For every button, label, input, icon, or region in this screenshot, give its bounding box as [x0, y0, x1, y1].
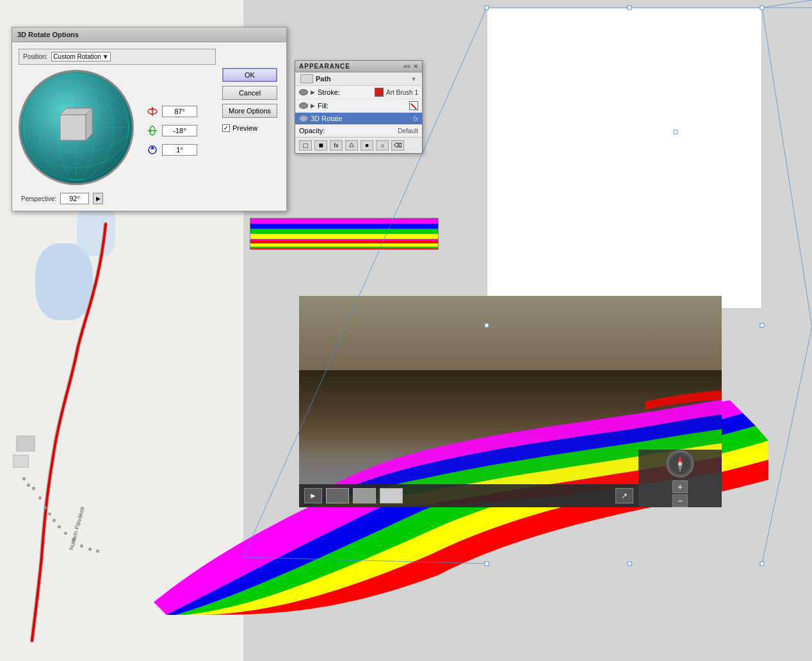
opacity-value: Default	[398, 127, 418, 135]
rotation-z-icon	[147, 144, 158, 156]
position-label: Position:	[23, 53, 47, 60]
appearance-panel-controls: «« ✕	[403, 63, 418, 70]
delete-item-btn[interactable]: ⌫	[391, 140, 404, 151]
path-thumbnail	[300, 74, 313, 83]
rotation-z-input[interactable]	[162, 144, 197, 156]
rotation-y-row	[147, 125, 197, 136]
fx-icon: fx	[413, 115, 418, 122]
map-dot	[88, 548, 92, 551]
map-dot	[32, 487, 35, 490]
rotation-y-input[interactable]	[162, 125, 197, 136]
street-view-thumb-3[interactable]	[380, 488, 403, 503]
visibility-eye-icon[interactable]	[299, 102, 308, 109]
map-dot	[22, 477, 26, 480]
visibility-eye-icon[interactable]	[299, 115, 308, 122]
no-fill-swatch[interactable]	[409, 101, 418, 110]
appearance-bottom-toolbar: □ ■ fx ♺ ■ ☼ ⌫	[295, 137, 422, 153]
preview-checkbox[interactable]: ✓	[222, 124, 230, 132]
rotation-x-input[interactable]	[162, 106, 197, 117]
collapse-icon[interactable]: ««	[403, 63, 410, 70]
expand-arrow-icon: ▶	[311, 102, 315, 109]
street-view-bottom-bar: ► ↗	[299, 484, 638, 507]
stroke-color-swatch[interactable]	[375, 88, 384, 97]
rotation-z-row	[147, 144, 197, 156]
preview-label: Preview	[232, 124, 257, 132]
position-select[interactable]: Custom Rotation ▼	[51, 52, 110, 61]
opacity-label: Opacity:	[299, 127, 395, 135]
map-dot	[48, 512, 51, 516]
clear-appearance-btn[interactable]: ♺	[345, 140, 358, 151]
effect-row-selected[interactable]: 3D Rotate fx	[295, 113, 422, 125]
map-dot	[53, 519, 56, 522]
reduce-to-basic-btn[interactable]: ■	[361, 140, 373, 151]
map-dot	[80, 544, 83, 548]
street-view-photo: ► ↗ + −	[299, 296, 722, 507]
svg-rect-24	[250, 249, 439, 250]
svg-point-27	[678, 462, 682, 466]
expand-btn[interactable]: ↗	[615, 488, 633, 503]
rainbow-preview	[250, 218, 439, 250]
appearance-panel: APPEARANCE «« ✕ Path ▼ ▶ Stroke: Art Bru…	[295, 60, 423, 154]
scroll-arrow-icon: ▼	[410, 76, 417, 83]
map-dot	[64, 532, 67, 535]
cancel-button[interactable]: Cancel	[222, 86, 277, 100]
map-water-2	[77, 205, 115, 256]
street-view-controls: + −	[638, 450, 722, 507]
map-dot	[96, 550, 99, 553]
svg-rect-21	[250, 240, 439, 243]
expand-controls: ↗	[615, 488, 633, 503]
map-building	[13, 455, 29, 468]
rotation-controls	[140, 106, 197, 156]
path-header: Path ▼	[295, 72, 422, 86]
rotation-x-icon	[147, 106, 158, 117]
svg-rect-16	[250, 224, 439, 229]
more-options-button[interactable]: More Options	[222, 104, 277, 118]
3d-globe-widget[interactable]	[19, 70, 134, 185]
svg-rect-15	[250, 218, 439, 224]
compass-widget[interactable]	[666, 450, 694, 478]
perspective-stepper[interactable]: ▶	[93, 193, 103, 204]
street-label: Nukarin Päiväkoti	[68, 506, 86, 551]
fill-row: ▶ Fill:	[295, 99, 422, 113]
preview-row: ✓ Preview	[222, 124, 280, 132]
zoom-controls: + −	[672, 480, 688, 507]
map-dot	[58, 525, 61, 528]
appearance-title: APPEARANCE	[299, 63, 350, 70]
visibility-eye-icon[interactable]	[299, 89, 308, 95]
add-new-fill-btn[interactable]: ■	[314, 140, 327, 151]
3d-cube	[51, 105, 102, 150]
svg-rect-23	[250, 247, 439, 249]
add-new-stroke-btn[interactable]: □	[299, 140, 312, 151]
zoom-out-btn[interactable]: −	[672, 494, 688, 507]
svg-rect-20	[250, 239, 439, 240]
dialog-title: 3D Rotate Options	[12, 28, 286, 42]
perspective-input[interactable]	[60, 193, 89, 204]
dialog-3d-rotate: 3D Rotate Options Position: Custom Rotat…	[12, 27, 287, 211]
svg-marker-36	[60, 115, 86, 140]
add-effect-btn[interactable]: fx	[330, 140, 343, 151]
stroke-value: Art Brush 1	[386, 89, 418, 96]
map-dot	[27, 484, 30, 487]
perspective-row: Perspective: ▶	[19, 193, 216, 204]
stroke-label[interactable]: Stroke:	[318, 88, 372, 96]
dialog-buttons: OK Cancel More Options ✓ Preview	[222, 49, 280, 204]
street-view-thumb-1[interactable]	[326, 488, 349, 503]
street-view-next-btn[interactable]: ►	[304, 488, 322, 503]
svg-line-5	[762, 327, 812, 564]
svg-rect-17	[250, 229, 439, 234]
svg-line-3	[762, 8, 812, 327]
perspective-label: Perspective:	[21, 195, 56, 202]
map-dot	[44, 506, 47, 509]
duplicate-item-btn[interactable]: ☼	[376, 140, 389, 151]
svg-rect-22	[250, 243, 439, 247]
rainbow-stripes-preview	[250, 218, 439, 250]
fill-label[interactable]: Fill:	[318, 102, 407, 110]
map-building	[16, 436, 35, 452]
svg-rect-18	[250, 234, 439, 239]
canvas-area: Nukarin Päiväkoti	[0, 0, 812, 661]
zoom-in-btn[interactable]: +	[672, 480, 688, 493]
street-view-thumb-2[interactable]	[353, 488, 376, 503]
ok-button[interactable]: OK	[222, 68, 277, 82]
stroke-row: ▶ Stroke: Art Brush 1	[295, 86, 422, 99]
close-icon[interactable]: ✕	[413, 63, 418, 70]
